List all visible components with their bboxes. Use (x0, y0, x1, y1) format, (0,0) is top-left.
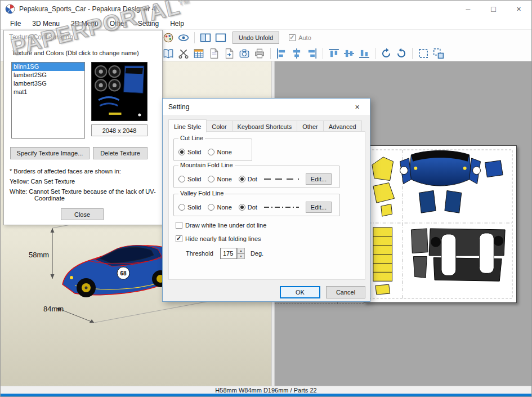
threshold-spinner: ▲ ▼ (220, 248, 245, 259)
auto-checkbox[interactable]: Auto (289, 34, 311, 41)
menu-3d[interactable]: 3D Menu (27, 19, 65, 29)
line-style-tab-page: Cut Line Solid None Mountain Fold Line S… (168, 131, 365, 280)
mountain-dot-radio[interactable]: Dot (239, 176, 257, 182)
list-item[interactable]: lambert2SG (12, 71, 84, 79)
threshold-input[interactable] (220, 248, 237, 259)
valley-none-radio[interactable]: None (208, 204, 231, 211)
list-item[interactable]: mat1 (12, 88, 84, 96)
tab-keyboard-shortcuts[interactable]: Keyboard Shortcuts (232, 121, 298, 132)
toolbar-separator (323, 48, 323, 59)
single-view-icon[interactable] (214, 31, 227, 44)
menu-bar: File 3D Menu 2D Menu Other Setting Help (1, 17, 531, 29)
app-window: Pepakura_Sports_Car - Pepakura Designer … (0, 0, 532, 397)
valley-solid-radio[interactable]: Solid (178, 204, 201, 211)
hide-flat-lines-checkbox[interactable]: Hide nearly flat folding lines (176, 235, 261, 242)
mountain-none-radio[interactable]: None (208, 176, 231, 182)
valley-edit-button[interactable]: Edit... (306, 202, 332, 213)
radio-icon (239, 204, 245, 211)
radio-icon (208, 204, 214, 211)
dialog-title: Setting (168, 103, 189, 111)
camera-icon[interactable] (238, 47, 251, 60)
dialog-title-bar: Setting × (163, 99, 370, 115)
toolbar-separator (194, 32, 195, 43)
align-top-icon[interactable] (327, 47, 341, 60)
list-item[interactable]: blinn1SG (12, 63, 84, 71)
texture-close-button[interactable]: Close (61, 208, 104, 220)
toolbar-separator (270, 48, 271, 59)
menu-2d[interactable]: 2D Menu (66, 19, 104, 29)
cut-none-radio[interactable]: None (208, 149, 231, 155)
specify-texture-button[interactable]: Specify Texture Image... (10, 147, 90, 159)
delete-texture-button[interactable]: Delete Texture (93, 147, 147, 159)
split-view-icon[interactable] (199, 31, 212, 44)
align-right-icon[interactable] (305, 47, 319, 60)
settings-tab-strip: Line Style Color Keyboard Shortcuts Othe… (168, 119, 361, 132)
maximize-button[interactable]: □ (481, 1, 506, 17)
page-guide-line (275, 304, 364, 304)
printer-icon[interactable] (253, 47, 266, 60)
menu-help[interactable]: Help (165, 19, 189, 29)
align-center-horizontal-icon[interactable] (290, 47, 303, 60)
menu-file[interactable]: File (5, 19, 26, 29)
dialog-title: Texture Configuration (9, 33, 73, 41)
checkbox-icon (176, 222, 182, 229)
radio-label: None (217, 204, 231, 211)
checkbox-label: Draw white line under dot line (185, 222, 266, 229)
mountain-solid-radio[interactable]: Solid (178, 176, 201, 182)
mountain-edit-button[interactable]: Edit... (306, 173, 332, 185)
list-item[interactable]: lambert3SG (12, 79, 84, 88)
draw-white-line-checkbox[interactable]: Draw white line under dot line (176, 222, 266, 229)
align-bottom-icon[interactable] (357, 47, 371, 60)
page-export-icon[interactable] (222, 47, 236, 60)
radio-label: Dot (248, 204, 257, 211)
grid-icon[interactable] (192, 47, 205, 60)
dialog-close-button[interactable]: × (345, 99, 370, 115)
tab-line-style[interactable]: Line Style (168, 119, 207, 132)
unfolded-parts (364, 146, 516, 302)
valley-fold-group: Valley Fold Line Solid None Dot Edit... (173, 194, 340, 216)
eye-icon[interactable] (177, 31, 190, 44)
texture-list[interactable]: blinn1SG lambert2SG lambert3SG mat1 (11, 62, 85, 139)
setting-dialog: Setting × Line Style Color Keyboard Shor… (162, 98, 370, 302)
merge-parts-icon[interactable] (432, 47, 445, 60)
ok-button[interactable]: OK (280, 286, 320, 298)
cut-solid-radio[interactable]: Solid (178, 149, 201, 155)
menu-other[interactable]: Other (105, 19, 132, 29)
radio-label: Dot (248, 176, 257, 182)
radio-icon (178, 204, 185, 211)
minimize-button[interactable]: – (455, 1, 481, 17)
tab-other[interactable]: Other (297, 121, 324, 132)
rotate-left-icon[interactable] (379, 47, 393, 60)
align-middle-icon[interactable] (342, 47, 356, 60)
page-icon[interactable] (207, 47, 221, 60)
threshold-label: Threshold (186, 250, 213, 257)
valley-dot-radio[interactable]: Dot (239, 204, 257, 211)
undo-unfold-button[interactable]: Undo Unfold (233, 32, 279, 44)
cut-line-group: Cut Line Solid None (173, 139, 252, 161)
tab-color[interactable]: Color (206, 121, 232, 132)
menu-setting[interactable]: Setting (133, 19, 164, 29)
radio-label: Solid (187, 204, 201, 211)
spin-up-button[interactable]: ▲ (237, 248, 245, 253)
palette-icon[interactable] (162, 31, 175, 44)
book-icon[interactable] (162, 47, 175, 60)
toolbar-separator (375, 48, 375, 59)
radio-label: None (217, 149, 231, 155)
checkbox-label: Hide nearly flat folding lines (185, 235, 261, 242)
pattern-page[interactable] (364, 145, 517, 303)
yellow-note: Yellow: Can Set Texture (10, 178, 75, 185)
align-left-icon[interactable] (275, 47, 288, 60)
radio-icon (208, 149, 214, 155)
spin-down-button[interactable]: ▼ (237, 253, 245, 259)
close-button[interactable]: × (506, 1, 531, 17)
valley-dash-preview (264, 204, 299, 210)
dimension-width-label: 84mm (43, 305, 64, 313)
radio-label: Solid (187, 176, 201, 182)
tab-advanced[interactable]: Advanced (323, 121, 362, 132)
select-region-icon[interactable] (417, 47, 430, 60)
rotate-right-icon[interactable] (395, 47, 408, 60)
white-note: White: Cannot Set Texture because of the… (10, 188, 159, 202)
cancel-button[interactable]: Cancel (326, 286, 365, 298)
scissors-icon[interactable] (177, 47, 190, 60)
radio-label: Solid (187, 149, 201, 155)
